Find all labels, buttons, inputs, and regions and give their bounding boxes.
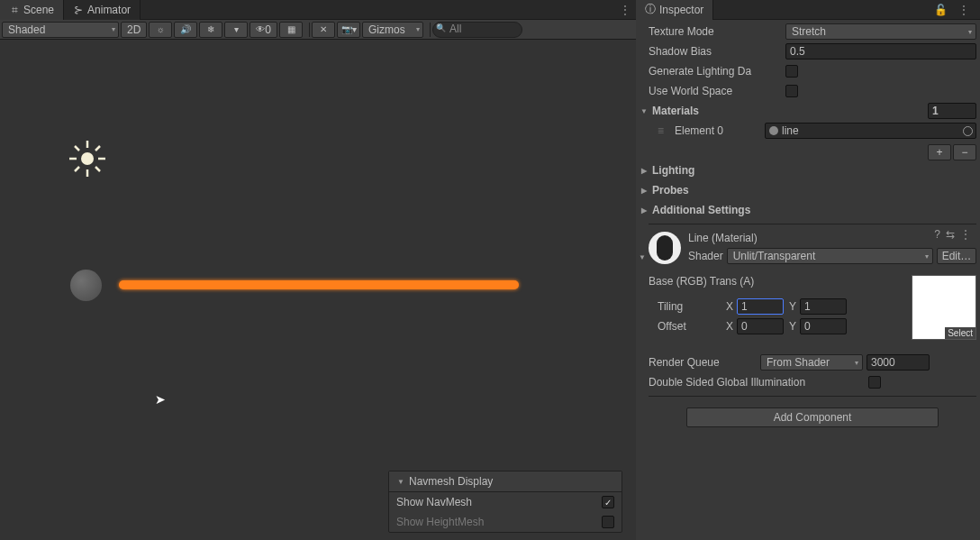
svg-line-8	[75, 167, 79, 171]
offset-y-input[interactable]: 0	[800, 318, 847, 334]
tiling-x-value: 1	[741, 300, 748, 313]
use-world-space-checkbox[interactable]	[785, 85, 798, 97]
generate-lighting-checkbox[interactable]	[785, 65, 798, 78]
audio-toggle-icon[interactable]: 🔊	[174, 22, 197, 38]
show-navmesh-checkbox[interactable]	[602, 496, 614, 508]
offset-label: Offset	[658, 320, 721, 333]
hidden-count: 0	[265, 23, 271, 36]
element-0-field[interactable]: line	[765, 123, 976, 139]
chevron-right-icon: ▶	[640, 167, 649, 175]
base-texture-slot[interactable]: Select	[912, 275, 976, 340]
fx-dropdown-icon[interactable]: ▾	[224, 22, 248, 38]
shadow-bias-value: 0.5	[790, 45, 805, 58]
inspector-panel: ⓘ Inspector 🔓 ⋮ Texture Mode Stretch Sha…	[636, 0, 980, 540]
probes-foldout[interactable]: ▶ Probes	[640, 180, 976, 200]
texture-mode-value: Stretch	[792, 25, 826, 38]
x-label: X	[724, 320, 733, 333]
gizmos-label: Gizmos	[368, 23, 405, 36]
add-component-button[interactable]: Add Component	[686, 407, 939, 427]
context-menu-icon[interactable]: ⋮	[960, 228, 971, 241]
preset-icon[interactable]: ⇆	[946, 228, 955, 241]
edit-label: Edit…	[942, 250, 972, 262]
texture-mode-dropdown[interactable]: Stretch	[785, 23, 976, 40]
double-sided-checkbox[interactable]	[868, 376, 881, 389]
shader-value: Unlit/Transparent	[733, 250, 816, 262]
shader-dropdown[interactable]: Unlit/Transparent	[727, 248, 933, 264]
offset-x-input[interactable]: 0	[737, 318, 784, 334]
render-queue-label: Render Queue	[649, 356, 757, 369]
chevron-down-icon: ▼	[396, 478, 405, 486]
additional-header: Additional Settings	[652, 204, 750, 216]
shadow-bias-label: Shadow Bias	[649, 45, 782, 58]
scene-tab-bar: ⌗ Scene ⊱ Animator ⋮	[0, 0, 636, 20]
material-icon	[769, 126, 778, 135]
search-placeholder: All	[449, 23, 461, 35]
svg-point-0	[81, 152, 94, 165]
add-material-button[interactable]: +	[928, 144, 951, 160]
material-name: Line (Material)	[688, 232, 976, 244]
camera-icon[interactable]: 📷▾	[337, 22, 360, 38]
material-preview-icon	[649, 232, 681, 264]
tab-animator-label: Animator	[87, 4, 131, 16]
element-0-label: Element 0	[675, 124, 761, 137]
inspector-context-menu-icon[interactable]: ⋮	[953, 4, 975, 16]
lighting-foldout[interactable]: ▶ Lighting	[640, 160, 976, 180]
animator-icon: ⊱	[73, 5, 84, 15]
show-heightmesh-checkbox	[602, 516, 614, 528]
chevron-right-icon: ▶	[640, 187, 649, 195]
tiling-y-input[interactable]: 1	[800, 298, 847, 315]
gizmos-dropdown[interactable]: Gizmos	[362, 22, 423, 38]
object-picker-icon[interactable]	[963, 126, 973, 136]
tab-inspector[interactable]: ⓘ Inspector	[636, 0, 713, 20]
double-sided-label: Double Sided Global Illumination	[649, 376, 865, 389]
hidden-objects-icon[interactable]: 👁 0	[250, 22, 277, 38]
drag-handle-icon[interactable]: ≡	[658, 124, 664, 137]
2d-toggle[interactable]: 2D	[121, 22, 147, 38]
navmesh-header[interactable]: ▼ Navmesh Display	[389, 471, 622, 492]
render-queue-mode: From Shader	[767, 356, 830, 369]
chevron-down-icon: ▼	[640, 107, 649, 115]
tab-scene[interactable]: ⌗ Scene	[0, 0, 64, 20]
edit-shader-button[interactable]: Edit…	[937, 248, 976, 264]
scene-toolbar: Shaded 2D ☼ 🔊 ❄ ▾ 👁 0 ▦ ✕ 📷▾ Gizmos All	[0, 20, 636, 40]
shading-mode-dropdown[interactable]: Shaded	[2, 22, 119, 38]
navmesh-title: Navmesh Display	[409, 475, 493, 488]
render-queue-input[interactable]: 3000	[867, 354, 930, 371]
materials-foldout[interactable]: ▼ Materials 1	[640, 101, 976, 121]
use-world-space-label: Use World Space	[649, 85, 782, 97]
render-queue-dropdown[interactable]: From Shader	[760, 354, 863, 371]
scene-context-menu-icon[interactable]: ⋮	[614, 4, 636, 16]
x-label: X	[724, 300, 733, 313]
scene-search-input[interactable]: All	[432, 22, 522, 38]
tiling-x-input[interactable]: 1	[737, 298, 784, 315]
additional-foldout[interactable]: ▶ Additional Settings	[640, 200, 976, 220]
lighting-toggle-icon[interactable]: ☼	[149, 22, 172, 38]
fx-toggle-icon[interactable]: ❄	[199, 22, 222, 38]
probes-header: Probes	[652, 184, 689, 197]
texture-mode-label: Texture Mode	[649, 25, 782, 38]
line-renderer-object[interactable]	[119, 280, 519, 289]
tab-scene-label: Scene	[23, 4, 54, 16]
texture-select-button[interactable]: Select	[945, 327, 975, 339]
shadow-bias-input[interactable]: 0.5	[785, 43, 976, 59]
shading-mode-value: Shaded	[8, 23, 45, 36]
materials-count-input[interactable]: 1	[928, 103, 976, 119]
directional-light-gizmo-icon[interactable]	[68, 139, 107, 178]
tab-animator[interactable]: ⊱ Animator	[64, 0, 141, 20]
material-component-header[interactable]: ▼ Line (Material) Shader Unlit/Transpare…	[649, 228, 976, 268]
sphere-object[interactable]	[70, 270, 102, 301]
lock-icon[interactable]: 🔓	[934, 4, 948, 16]
lighting-header: Lighting	[652, 164, 694, 177]
tools-icon[interactable]: ✕	[312, 22, 335, 38]
y-label: Y	[787, 300, 796, 313]
chevron-down-icon: ▼	[638, 253, 647, 261]
help-icon[interactable]: ?	[934, 228, 940, 241]
tiling-label: Tiling	[658, 300, 721, 313]
scene-viewport[interactable]: ▼ Navmesh Display Show NavMesh Show Heig…	[0, 40, 636, 540]
materials-header: Materials	[652, 105, 924, 117]
add-component-label: Add Component	[774, 411, 852, 424]
show-navmesh-label: Show NavMesh	[396, 496, 472, 508]
remove-material-button[interactable]: −	[953, 144, 976, 160]
grid-toggle-icon[interactable]: ▦	[279, 22, 303, 38]
chevron-right-icon: ▶	[640, 206, 649, 215]
